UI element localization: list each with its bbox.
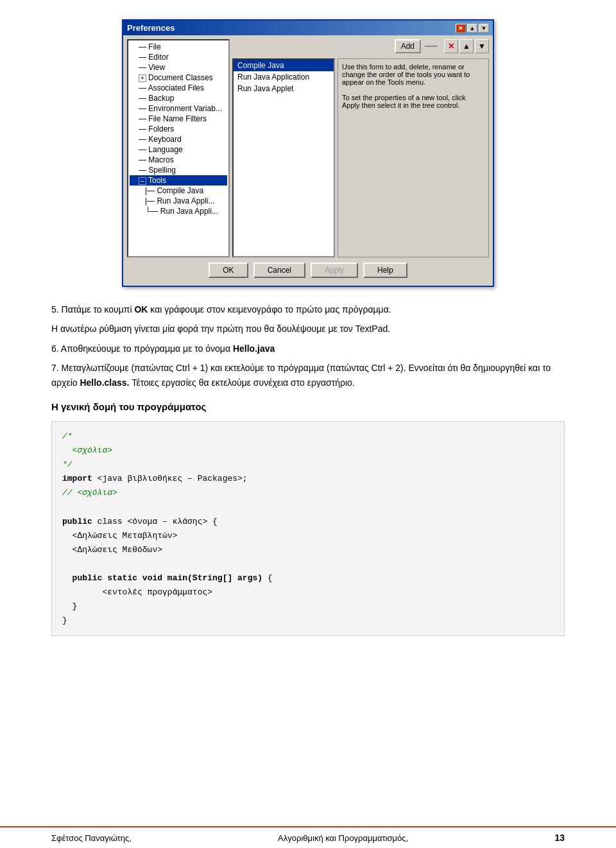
tools-list-item-runjavaapp[interactable]: Run Java Application [234, 71, 334, 83]
dialog-title: Preferences [127, 23, 175, 33]
step7-rest: Τέτοιες εργασίες θα εκτελούμε συνέχεια σ… [129, 377, 354, 388]
step5-bold: OK [134, 304, 148, 315]
tree-item-language[interactable]: — Language [130, 144, 227, 155]
tree-item-filenamefilters[interactable]: — File Name Filters [130, 114, 227, 124]
tree-item-compilejava[interactable]: |— Compile Java [130, 186, 227, 196]
middle-top: Compile Java Run Java Application Run Ja… [232, 58, 489, 257]
tree-item-editor[interactable]: — Editor [130, 52, 227, 62]
info-text: Use this form to add, delete, rename or … [342, 63, 470, 109]
step5-rest: και γράφουμε στον κειμενογράφο το πρώτο … [148, 304, 391, 315]
titlebar-buttons: ✕ ▲ ▼ [456, 24, 489, 33]
code-line-6: public class <όνομα – κλάσης> { [62, 517, 218, 526]
help-button[interactable]: Help [363, 263, 407, 278]
tree-item-macros[interactable]: — Macros [130, 155, 227, 165]
up-button[interactable]: ▲ [467, 24, 477, 33]
code-line-7: <Δηλώσεις Μεταβλητών> [62, 531, 177, 541]
tools-list-item-compilejava[interactable]: Compile Java [234, 60, 334, 71]
tree-item-tools[interactable]: –Tools [130, 175, 227, 186]
step5b-paragraph: Η ανωτέρω ρύθμιση γίνεται μία φορά την π… [51, 322, 565, 336]
add-button[interactable]: Add [395, 39, 421, 53]
code-line-5: // <σχόλια> [62, 488, 117, 498]
preferences-dialog: Preferences ✕ ▲ ▼ — File — Editor — View… [122, 19, 494, 287]
step6-paragraph: 6. Αποθηκεύουμε το πρόγραμμα με το όνομα… [51, 342, 565, 356]
dialog-buttons: OK Cancel Apply Help [127, 257, 489, 282]
info-panel: Use this form to add, delete, rename or … [338, 58, 489, 257]
code-line-4: import <java βιβλιοθήκες – Packages>; [62, 474, 248, 483]
tree-item-backup[interactable]: — Backup [130, 93, 227, 103]
step5b-text: Η ανωτέρω ρύθμιση γίνεται μία φορά την π… [51, 324, 390, 334]
cancel-button[interactable]: Cancel [253, 263, 305, 278]
tree-panel[interactable]: — File — Editor — View +Document Classes… [127, 39, 230, 257]
footer-left: Σφέτσος Παναγιώτης, [51, 833, 132, 843]
tree-item-file[interactable]: — File [130, 42, 227, 52]
tree-item-keyboard[interactable]: — Keyboard [130, 134, 227, 144]
step6-bold: Hello.java [233, 343, 275, 354]
apply-button[interactable]: Apply [311, 263, 358, 278]
footer-center: Αλγοριθμική και Προγραμματισμός, [278, 833, 408, 843]
tools-list-item-runjavaapplet[interactable]: Run Java Applet [234, 83, 334, 94]
dialog-main: — File — Editor — View +Document Classes… [127, 39, 489, 257]
code-line-8: <Δηλώσεις Μεθόδων> [62, 545, 162, 555]
dialog-body: — File — Editor — View +Document Classes… [123, 35, 493, 286]
code-line-12: } [62, 616, 67, 625]
step5-text: 5. Πατάμε το κουμπί [51, 304, 134, 315]
down-button[interactable]: ▼ [479, 24, 489, 33]
code-line-10: <εντολές προγράμματος> [62, 587, 212, 597]
tree-item-assocfiles[interactable]: — Associated Files [130, 83, 227, 93]
step5-paragraph: 5. Πατάμε το κουμπί OK και γράφουμε στον… [51, 302, 565, 316]
section-heading: Η γενική δομή του προγράμματος [51, 401, 565, 412]
middle-section: Add ✕ ▲ ▼ Compile Java [232, 39, 489, 257]
delete-icon[interactable]: ✕ [444, 39, 458, 53]
tree-item-runjavaapp[interactable]: |— Run Java Appli... [130, 196, 227, 206]
step7-paragraph: 7. Μεταγλωττίζουμε (πατώντας Ctrl + 1) κ… [51, 361, 565, 390]
code-line-11: } [62, 601, 77, 611]
code-block: /* <σχόλια> */ import <java βιβλιοθήκες … [51, 421, 565, 636]
tree-item-envvar[interactable]: — Environment Variab... [130, 103, 227, 114]
move-up-icon[interactable]: ▲ [459, 39, 474, 53]
tree-item-docclasses[interactable]: +Document Classes [130, 73, 227, 83]
tree-item-runjavaapplet[interactable]: └— Run Java Appli... [130, 206, 227, 216]
step7-bold: Hello.class. [80, 377, 129, 388]
code-line-9: public static void main(String[] args) { [62, 573, 273, 583]
tree-item-view[interactable]: — View [130, 62, 227, 73]
tree-item-spelling[interactable]: — Spelling [130, 165, 227, 175]
code-line-3: */ [62, 460, 73, 469]
code-line-1: /* [62, 431, 73, 441]
expand-icon: + [139, 74, 146, 82]
code-line-2: <σχόλια> [62, 446, 112, 455]
step6-text: 6. Αποθηκεύουμε το πρόγραμμα με το όνομα [51, 343, 233, 354]
tree-item-folders[interactable]: — Folders [130, 124, 227, 134]
ok-button[interactable]: OK [209, 263, 248, 278]
footer: Σφέτσος Παναγιώτης, Αλγοριθμική και Προγ… [0, 826, 616, 848]
dialog-container: Preferences ✕ ▲ ▼ — File — Editor — View… [51, 13, 565, 287]
expand-icon-tools: – [139, 177, 146, 185]
tools-list[interactable]: Compile Java Run Java Application Run Ja… [232, 58, 335, 257]
move-down-icon[interactable]: ▼ [475, 39, 489, 53]
toolbar-icons: ✕ ▲ ▼ [444, 39, 489, 53]
close-button[interactable]: ✕ [456, 24, 466, 33]
dialog-titlebar: Preferences ✕ ▲ ▼ [123, 21, 493, 35]
footer-right: 13 [554, 833, 565, 843]
page-content: 5. Πατάμε το κουμπί OK και γράφουμε στον… [51, 302, 565, 390]
